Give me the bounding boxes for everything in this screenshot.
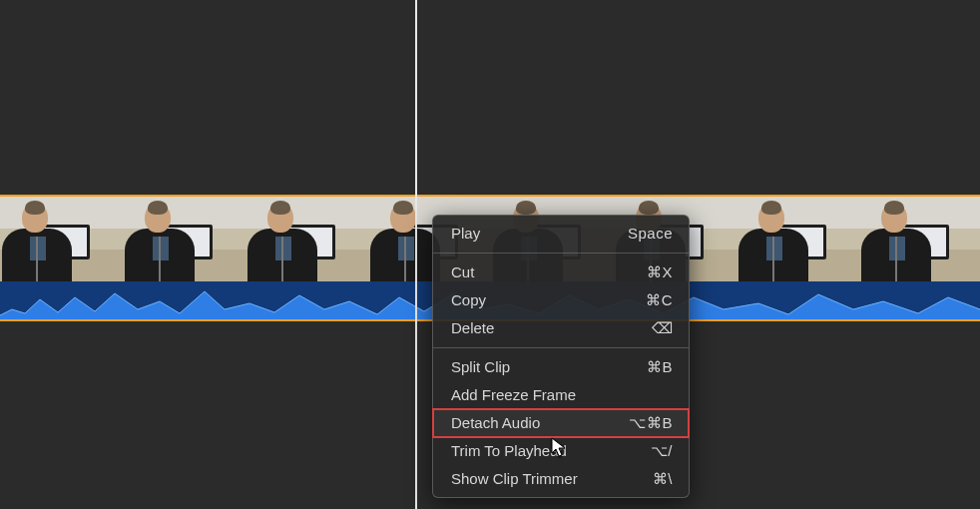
video-thumbnail — [0, 197, 123, 281]
video-thumbnail — [123, 197, 245, 281]
menu-item-shortcut: ⌘\ — [653, 469, 673, 489]
menu-item-play[interactable]: Play Space — [433, 220, 689, 248]
menu-item-shortcut: ⌘C — [646, 290, 673, 310]
menu-item-label: Trim To Playhead — [451, 441, 651, 461]
menu-item-shortcut: ⌫ — [652, 318, 674, 338]
video-thumbnail — [245, 197, 368, 281]
video-thumbnail — [736, 197, 859, 281]
menu-item-trim-to-playhead[interactable]: Trim To Playhead ⌥/ — [433, 437, 689, 465]
menu-item-shortcut: ⌥/ — [651, 441, 673, 461]
menu-item-split-clip[interactable]: Split Clip ⌘B — [433, 353, 689, 381]
video-thumbnail — [859, 197, 980, 281]
menu-item-show-clip-trimmer[interactable]: Show Clip Trimmer ⌘\ — [433, 465, 689, 493]
menu-item-copy[interactable]: Copy ⌘C — [433, 286, 689, 314]
menu-item-label: Play — [451, 224, 628, 244]
context-menu: Play Space Cut ⌘X Copy ⌘C Delete ⌫ Split… — [432, 215, 690, 498]
menu-item-label: Copy — [451, 290, 646, 310]
menu-item-delete[interactable]: Delete ⌫ — [433, 314, 689, 342]
menu-item-add-freeze-frame[interactable]: Add Freeze Frame — [433, 381, 689, 409]
menu-item-detach-audio[interactable]: Detach Audio ⌥⌘B — [433, 409, 689, 437]
menu-item-label: Cut — [451, 262, 647, 282]
menu-item-label: Delete — [451, 318, 652, 338]
menu-item-label: Split Clip — [451, 357, 647, 377]
menu-item-shortcut: ⌘X — [647, 262, 673, 282]
menu-item-shortcut: Space — [628, 224, 673, 244]
menu-separator — [433, 347, 689, 348]
playhead[interactable] — [415, 0, 417, 509]
menu-item-label: Detach Audio — [451, 413, 629, 433]
timeline[interactable]: Play Space Cut ⌘X Copy ⌘C Delete ⌫ Split… — [0, 0, 980, 509]
menu-item-shortcut: ⌘B — [647, 357, 673, 377]
menu-item-shortcut: ⌥⌘B — [629, 413, 673, 433]
menu-separator — [433, 253, 689, 254]
menu-item-label: Show Clip Trimmer — [451, 469, 653, 489]
menu-item-label: Add Freeze Frame — [451, 385, 673, 405]
menu-item-cut[interactable]: Cut ⌘X — [433, 258, 689, 286]
